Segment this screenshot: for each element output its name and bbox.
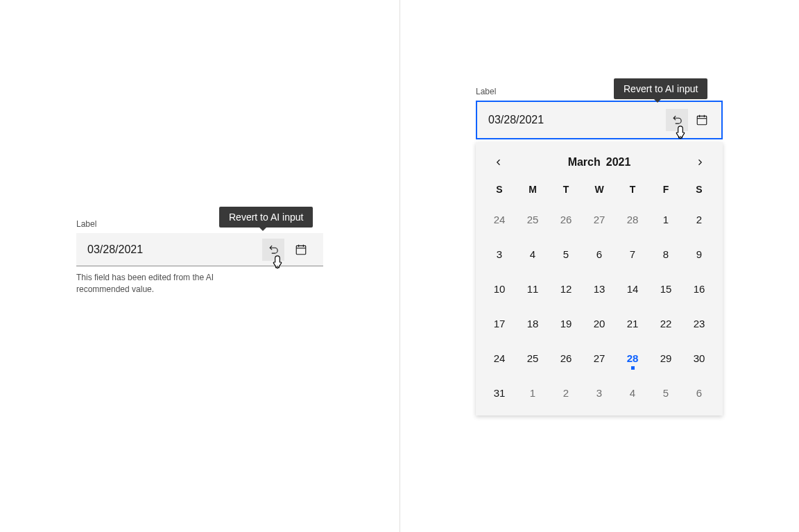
calendar-header: March2021 [479,148,720,177]
left-panel: Label 03/28/2021 Revert to AI inpu [76,219,323,295]
calendar-day[interactable]: 13 [583,275,616,302]
calendar-day[interactable]: 7 [616,241,649,267]
calendar-weekday: S [483,184,516,195]
chevron-right-icon [696,158,704,166]
calendar-day[interactable]: 24 [483,206,516,232]
calendar-day[interactable]: 17 [483,310,516,336]
calendar-day[interactable]: 19 [549,310,583,336]
calendar-day[interactable]: 21 [616,310,649,336]
calendar-day[interactable]: 31 [483,379,516,406]
date-input-value[interactable]: 03/28/2021 [87,243,257,256]
calendar-weekday: W [583,184,616,195]
undo-icon [267,243,280,256]
calendar-day[interactable]: 18 [516,310,549,336]
calendar-day[interactable]: 26 [549,206,583,232]
calendar-day[interactable]: 3 [483,241,516,267]
helper-text: This field has been edited from the AI r… [76,272,257,295]
undo-icon [671,114,683,126]
prev-month-button[interactable] [488,152,509,173]
chevron-left-icon [495,158,503,166]
calendar-day[interactable]: 14 [616,275,649,302]
calendar-weekday: T [616,184,649,195]
calendar-day[interactable]: 6 [583,241,616,267]
calendar-weekday: T [549,184,583,195]
svg-rect-0 [296,246,306,254]
calendar-day[interactable]: 4 [616,379,649,406]
calendar-month: March [568,156,601,168]
calendar-day[interactable]: 11 [516,275,549,302]
calendar-icon [696,114,708,126]
calendar-day[interactable]: 30 [682,345,716,371]
date-input-wrapper[interactable]: 03/28/2021 Revert to AI input [76,233,323,266]
date-input-value[interactable]: 03/28/2021 [488,114,663,126]
calendar-day[interactable]: 20 [583,310,616,336]
next-month-button[interactable] [689,152,710,173]
calendar-day[interactable]: 16 [682,275,716,302]
calendar-grid: SMTWTFS242526272812345678910111213141516… [479,177,720,409]
calendar-day[interactable]: 5 [649,379,682,406]
calendar-weekday: S [682,184,716,195]
svg-rect-7 [697,116,707,124]
open-calendar-button[interactable] [290,239,312,261]
calendar-year: 2021 [606,156,631,168]
calendar-weekday: M [516,184,549,195]
open-calendar-button[interactable] [691,109,713,131]
tooltip-text: Revert to AI input [624,83,698,94]
calendar-day[interactable]: 29 [649,345,682,371]
tooltip: Revert to AI input [219,207,313,228]
calendar-day[interactable]: 10 [483,275,516,302]
calendar-day[interactable]: 6 [682,379,716,406]
calendar-day[interactable]: 23 [682,310,716,336]
date-input-wrapper-focused[interactable]: 03/28/2021 Revert to AI input [476,101,723,139]
calendar-day[interactable]: 1 [516,379,549,406]
calendar-day[interactable]: 3 [583,379,616,406]
calendar-day[interactable]: 28 [616,206,649,232]
calendar-icon [295,243,307,256]
calendar-popover: March2021 SMTWTFS24252627281234567891011… [476,142,723,415]
calendar-weekday: F [649,184,682,195]
calendar-day[interactable]: 25 [516,345,549,371]
calendar-day[interactable]: 8 [649,241,682,267]
calendar-title[interactable]: March2021 [568,156,631,169]
calendar-day[interactable]: 25 [516,206,549,232]
calendar-day[interactable]: 5 [549,241,583,267]
revert-button[interactable] [666,109,688,131]
calendar-day[interactable]: 15 [649,275,682,302]
calendar-day[interactable]: 24 [483,345,516,371]
tooltip-text: Revert to AI input [229,212,303,223]
calendar-day[interactable]: 28 [616,345,649,371]
calendar-day[interactable]: 2 [682,206,716,232]
calendar-day[interactable]: 2 [549,379,583,406]
calendar-day[interactable]: 22 [649,310,682,336]
calendar-day[interactable]: 9 [682,241,716,267]
right-panel: Label 03/28/2021 Revert to AI inpu [476,87,723,415]
calendar-day[interactable]: 12 [549,275,583,302]
calendar-day[interactable]: 27 [583,345,616,371]
calendar-day[interactable]: 27 [583,206,616,232]
calendar-day[interactable]: 4 [516,241,549,267]
revert-button[interactable] [262,239,284,261]
panel-divider [400,0,400,532]
calendar-day[interactable]: 26 [549,345,583,371]
calendar-day[interactable]: 1 [649,206,682,232]
tooltip: Revert to AI input [614,78,707,99]
